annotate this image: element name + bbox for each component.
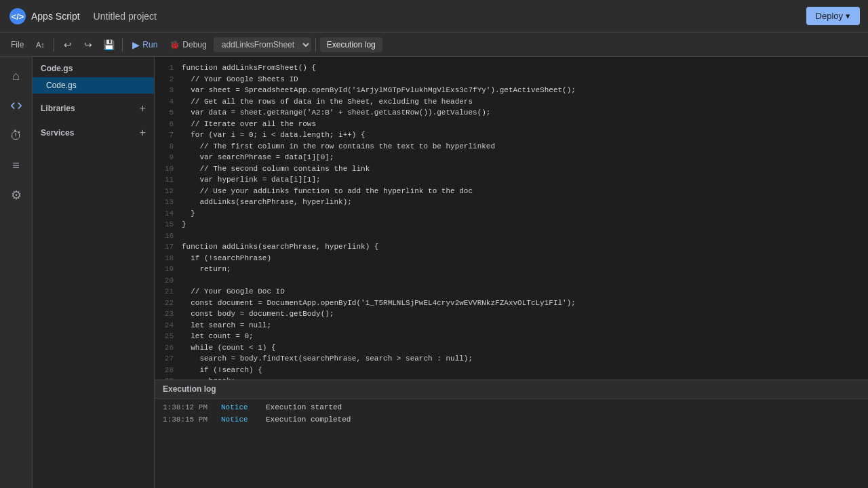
code-section-header[interactable]: Code.gs — [33, 60, 154, 77]
line-content: } — [182, 219, 868, 230]
sidebar-item-executions[interactable]: ≡ — [3, 152, 30, 179]
libraries-section-header[interactable]: Libraries + — [33, 99, 154, 118]
log-level: Notice — [221, 415, 255, 424]
line-number: 8 — [155, 141, 182, 152]
line-number: 2 — [155, 74, 182, 85]
services-section-header[interactable]: Services + — [33, 123, 154, 142]
line-content: } — [182, 208, 868, 220]
app-title: Apps Script — [31, 11, 80, 22]
line-content: search = body.findText(searchPhrase, sea… — [182, 353, 868, 365]
line-content: return; — [182, 264, 868, 275]
log-time: 1:38:12 PM — [163, 403, 210, 411]
line-number: 18 — [155, 253, 182, 264]
code-line: 7 for (var i = 0; i < data.length; i++) … — [155, 129, 868, 141]
code-line: 18 if (!searchPhrase) — [155, 253, 868, 264]
line-content: // Use your addLinks function to add the… — [182, 186, 868, 197]
code-line: 24 let search = null; — [155, 320, 868, 331]
left-panel: Code.gs Code.gs Libraries + Services + — [33, 57, 155, 488]
line-content: const document = DocumentApp.openById('1… — [182, 298, 868, 309]
execution-log-content: 1:38:12 PMNoticeExecution started1:38:15… — [155, 399, 868, 488]
code-line: 26 while (count < 1) { — [155, 342, 868, 354]
code-file-item[interactable]: Code.gs — [33, 77, 154, 94]
code-area: 1function addLinksFromSheet() {2 // Your… — [155, 57, 868, 488]
code-line: 13 addLinks(searchPhrase, hyperlink); — [155, 197, 868, 208]
add-service-button[interactable]: + — [140, 127, 146, 138]
line-number: 6 — [155, 119, 182, 130]
log-message: Execution completed — [266, 415, 351, 424]
sidebar-item-code[interactable] — [3, 92, 30, 119]
file-menu-button[interactable]: File — [5, 37, 29, 52]
sidebar-item-settings[interactable]: ⚙ — [3, 182, 30, 209]
code-line: 3 var sheet = SpreadsheetApp.openById('1… — [155, 85, 868, 96]
svg-text:</>: </> — [12, 12, 24, 22]
line-number: 11 — [155, 174, 182, 186]
line-number: 22 — [155, 298, 182, 309]
toolbar-separator-2 — [122, 38, 123, 52]
line-number: 21 — [155, 286, 182, 298]
line-number: 3 — [155, 85, 182, 96]
function-selector[interactable]: addLinksFromSheet — [214, 37, 311, 52]
code-line: 12 // Use your addLinks function to add … — [155, 186, 868, 197]
run-button[interactable]: ▶ Run — [127, 37, 163, 53]
line-content: var data = sheet.getRange('A2:B' + sheet… — [182, 107, 868, 119]
code-line: 28 if (!search) { — [155, 365, 868, 376]
line-content: if (!search) { — [182, 365, 868, 376]
line-number: 9 — [155, 152, 182, 163]
line-content: // Iterate over all the rows — [182, 119, 868, 130]
add-library-button[interactable]: + — [140, 103, 146, 114]
line-content: addLinks(searchPhrase, hyperlink); — [182, 197, 868, 208]
line-content: var hyperlink = data[i][1]; — [182, 174, 868, 186]
line-number: 23 — [155, 308, 182, 320]
apps-script-logo-icon: </> — [8, 7, 27, 26]
execution-log-tab[interactable]: Execution log — [320, 37, 382, 52]
line-content: // Your Google Doc ID — [182, 286, 868, 298]
execution-log-header: Execution log — [155, 380, 868, 399]
line-content: var searchPhrase = data[i][0]; — [182, 152, 868, 163]
sidebar-item-triggers[interactable]: ⏱ — [3, 122, 30, 149]
code-line: 11 var hyperlink = data[i][1]; — [155, 174, 868, 186]
line-content: while (count < 1) { — [182, 342, 868, 354]
save-icon: 💾 — [103, 39, 115, 50]
log-message: Execution started — [266, 403, 342, 411]
line-number: 5 — [155, 107, 182, 119]
log-time: 1:38:15 PM — [163, 415, 210, 424]
debug-button[interactable]: 🐞 Debug — [164, 37, 212, 52]
line-number: 17 — [155, 241, 182, 253]
font-size-button[interactable]: A↕ — [31, 35, 50, 54]
code-line: 21 // Your Google Doc ID — [155, 286, 868, 298]
save-button[interactable]: 💾 — [99, 35, 118, 54]
line-number: 10 — [155, 163, 182, 175]
project-name[interactable]: Untitled project — [94, 11, 157, 22]
redo-icon: ↪ — [84, 39, 92, 50]
line-content: var sheet = SpreadsheetApp.openById('1Ar… — [182, 85, 868, 96]
libraries-section: Libraries + — [33, 96, 154, 121]
line-number: 25 — [155, 331, 182, 342]
toolbar-separator-1 — [54, 38, 54, 52]
code-line: 6 // Iterate over all the rows — [155, 119, 868, 130]
code-line: 2 // Your Google Sheets ID — [155, 74, 868, 85]
debug-label: Debug — [182, 40, 206, 49]
main-layout: ⌂ ⏱ ≡ ⚙ Code.gs Code.gs Libraries + Serv… — [0, 57, 868, 488]
deploy-button[interactable]: Deploy ▾ — [806, 7, 860, 25]
font-size-icon: A↕ — [36, 41, 45, 49]
libraries-label: Libraries — [41, 104, 75, 113]
redo-button[interactable]: ↪ — [79, 35, 98, 54]
code-line: 17function addLinks(searchPhrase, hyperl… — [155, 241, 868, 253]
undo-button[interactable]: ↩ — [58, 35, 77, 54]
code-line: 10 // The second column contains the lin… — [155, 163, 868, 175]
line-content: let count = 0; — [182, 331, 868, 342]
code-line: 15} — [155, 219, 868, 230]
code-line: 16 — [155, 230, 868, 242]
line-content: const body = document.getBody(); — [182, 308, 868, 320]
code-line: 23 const body = document.getBody(); — [155, 308, 868, 320]
topbar: </> Apps Script Untitled project Deploy … — [0, 0, 868, 33]
code-editor[interactable]: 1function addLinksFromSheet() {2 // Your… — [155, 57, 868, 380]
sidebar-item-home[interactable]: ⌂ — [3, 62, 30, 89]
debug-icon: 🐞 — [170, 40, 180, 49]
line-content: let search = null; — [182, 320, 868, 331]
line-content: // The first column in the row contains … — [182, 141, 868, 152]
code-line: 1function addLinksFromSheet() { — [155, 62, 868, 74]
line-content: function addLinksFromSheet() { — [182, 62, 868, 74]
code-line: 20 — [155, 275, 868, 287]
code-line: 4 // Get all the rows of data in the She… — [155, 96, 868, 108]
